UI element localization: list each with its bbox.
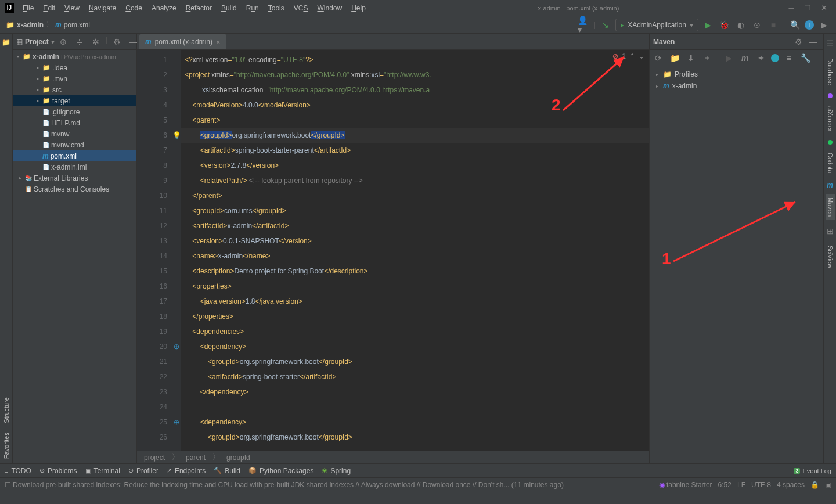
profile-button[interactable]: ⊙	[751, 19, 763, 31]
search-button[interactable]: 🔍	[788, 19, 801, 31]
sciview-icon[interactable]: ⊞	[824, 225, 837, 237]
debug-button[interactable]: 🐞	[718, 19, 731, 31]
reload-icon[interactable]: ⟳	[652, 52, 665, 64]
editor-breadcrumb[interactable]: project〉 parent〉 groupId	[137, 451, 649, 463]
maven-module-node[interactable]: ▸m x-admin	[652, 80, 821, 92]
build-tab[interactable]: 🔨 Build	[214, 467, 240, 475]
database-tab[interactable]: Database	[826, 55, 835, 89]
maven-wrench-icon[interactable]: 🔧	[799, 52, 812, 64]
maven-profiles-node[interactable]: ▸📁 Profiles	[652, 69, 821, 80]
menu-view[interactable]: View	[60, 2, 84, 14]
select-open-file-icon[interactable]: ⊕	[57, 35, 70, 48]
menu-run[interactable]: Run	[242, 2, 263, 14]
menu-edit[interactable]: Edit	[39, 2, 59, 14]
menu-build[interactable]: Build	[217, 2, 241, 14]
line-separator[interactable]: LF	[737, 481, 745, 489]
maven-tree[interactable]: ▸📁 Profiles ▸m x-admin	[650, 66, 823, 94]
minimize-button[interactable]: ─	[787, 4, 795, 12]
maven-hide-icon[interactable]: —	[807, 35, 820, 48]
menu-analyze[interactable]: Analyze	[147, 2, 181, 14]
run-config-selector[interactable]: ▸ XAdminApplication ▾	[615, 19, 698, 31]
python-packages-tab[interactable]: 📦 Python Packages	[248, 467, 314, 475]
encoding[interactable]: UTF-8	[751, 481, 771, 489]
project-tool-icon[interactable]: 📁	[0, 36, 13, 49]
structure-tab[interactable]: Structure	[1, 393, 12, 428]
tree-item[interactable]: 📄.gitignore	[13, 106, 136, 117]
tree-item[interactable]: 📄mvnw	[13, 128, 136, 139]
readlock-icon[interactable]: 🔒	[810, 481, 819, 489]
tree-scratches[interactable]: 📋Scratches and Consoles	[13, 183, 136, 195]
bc-project[interactable]: project	[144, 453, 165, 462]
spring-tab[interactable]: ❀ Spring	[322, 467, 351, 475]
breadcrumb[interactable]: 📁 x-admin 〉 m pom.xml	[6, 20, 90, 30]
aixcoder-icon[interactable]	[828, 93, 833, 98]
sciview-tab[interactable]: SciView	[826, 242, 835, 272]
maven-tab[interactable]: Maven	[826, 194, 835, 220]
menu-refactor[interactable]: Refactor	[182, 2, 216, 14]
skip-tests-icon[interactable]	[771, 54, 779, 62]
bc-groupid[interactable]: groupId	[226, 453, 250, 462]
run-button[interactable]: ▶	[702, 19, 715, 31]
tree-external-libraries[interactable]: ▸📚External Libraries	[13, 172, 136, 183]
endpoints-tab[interactable]: ↗ Endpoints	[167, 467, 206, 475]
tab-pom-xml[interactable]: m pom.xml (x-admin) ×	[139, 34, 226, 49]
toggle-offline-icon[interactable]: ✦	[755, 52, 767, 64]
coverage-button[interactable]: ◐	[734, 19, 747, 31]
download-sources-icon[interactable]: ⬇	[684, 52, 697, 64]
build-icon[interactable]: ↘	[599, 19, 612, 31]
ide-settings-button[interactable]: ▶	[817, 19, 830, 31]
codota-icon[interactable]	[828, 140, 833, 145]
todo-tab[interactable]: ≡ TODO	[5, 467, 31, 475]
tree-item[interactable]: ▸📁target	[13, 95, 136, 106]
database-icon[interactable]: ☰	[824, 37, 837, 50]
user-icon[interactable]: 👤▾	[578, 19, 590, 31]
code-body[interactable]: <?xml version="1.0" encoding="UTF-8"?><p…	[181, 50, 649, 451]
problems-tab[interactable]: ⊘ Problems	[39, 467, 77, 475]
menu-navigate[interactable]: Navigate	[85, 2, 120, 14]
status-icon[interactable]: ☐	[5, 481, 11, 489]
tree-item[interactable]: ▸📁.idea	[13, 62, 136, 73]
close-button[interactable]: ✕	[820, 4, 828, 12]
editor-body[interactable]: ⊘ 1 ⌃ ⌄ 12345678910111213141516171819202…	[137, 50, 649, 451]
profiler-tab[interactable]: ⊙ Profiler	[128, 467, 158, 475]
menu-window[interactable]: Window	[313, 2, 346, 14]
collapse-icon[interactable]: ✲	[89, 35, 102, 48]
sync-button[interactable]: ↑	[805, 20, 814, 30]
cursor-pos[interactable]: 6:52	[718, 481, 732, 489]
indent[interactable]: 4 spaces	[777, 481, 805, 489]
maven-tool-icon[interactable]: m	[827, 181, 833, 189]
maximize-button[interactable]: ☐	[803, 4, 812, 12]
menu-tools[interactable]: Tools	[264, 2, 289, 14]
maven-icon[interactable]: m	[738, 52, 751, 64]
menu-file[interactable]: File	[19, 2, 38, 14]
tabnine-widget[interactable]: ◉ tabnine Starter	[659, 481, 712, 489]
tree-item[interactable]: ▸📁.mvn	[13, 73, 136, 84]
generate-sources-icon[interactable]: 📁	[668, 52, 681, 64]
expand-icon[interactable]: ≑	[73, 35, 86, 48]
aixcoder-tab[interactable]: aiXcoder	[826, 103, 835, 135]
tree-item[interactable]: 📄HELP.md	[13, 117, 136, 128]
show-deps-icon[interactable]: ≡	[783, 52, 795, 64]
menu-code[interactable]: Code	[121, 2, 146, 14]
codota-tab[interactable]: Codota	[826, 149, 835, 177]
breadcrumb-root[interactable]: x-admin	[17, 21, 44, 29]
tree-item[interactable]: mpom.xml	[13, 150, 136, 161]
favorites-tab[interactable]: Favorites	[1, 428, 12, 463]
menu-vcs[interactable]: VCS	[290, 2, 312, 14]
menu-help[interactable]: Help	[347, 2, 370, 14]
event-log-tab[interactable]: Event Log	[802, 467, 831, 474]
line-number-gutter[interactable]: 1234567891011121314151617181920212223242…	[137, 50, 172, 451]
mem-indicator[interactable]: ▣	[825, 481, 831, 489]
status-message[interactable]: Download pre-built shared indexes: Reduc…	[13, 481, 658, 489]
tree-item[interactable]: 📄x-admin.iml	[13, 161, 136, 172]
maven-settings-icon[interactable]: ⚙	[792, 35, 805, 48]
breadcrumb-file[interactable]: pom.xml	[64, 21, 90, 29]
terminal-tab[interactable]: ▣ Terminal	[85, 467, 120, 475]
project-tree[interactable]: ▾📁x-admin D:\VueProj\x-admin▸📁.idea▸📁.mv…	[13, 50, 136, 196]
tree-root[interactable]: ▾📁x-admin D:\VueProj\x-admin	[13, 51, 136, 62]
bc-parent[interactable]: parent	[186, 453, 206, 462]
inspection-widget[interactable]: ⊘ 1 ⌃ ⌄	[612, 52, 644, 60]
tree-item[interactable]: 📄mvnw.cmd	[13, 139, 136, 150]
tab-close-icon[interactable]: ×	[216, 38, 221, 46]
prev-error-icon[interactable]: ⌃	[629, 52, 635, 60]
